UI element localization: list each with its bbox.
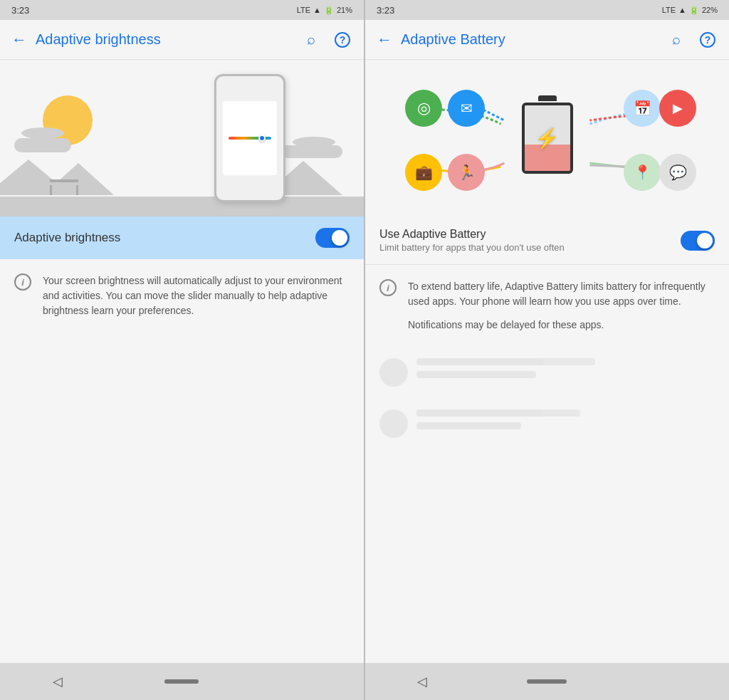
- battery-info-text-1: To extend battery life, Adaptive Battery…: [408, 279, 715, 309]
- battery-toggle[interactable]: [681, 231, 715, 251]
- left-status-icons: LTE ▲ 🔋 21%: [297, 6, 352, 15]
- brightness-spacer: [0, 333, 364, 663]
- app-circle-message: 💬: [659, 154, 696, 191]
- battery-illustration: ◎ ✉ 💼 🏃 ⚡: [365, 60, 729, 216]
- left-status-bar: 3:23 LTE ▲ 🔋 21%: [0, 0, 364, 20]
- right-battery-level: 22%: [702, 6, 718, 14]
- ghost-text-1: [416, 358, 715, 387]
- help-icon: ?: [335, 32, 350, 48]
- right-nav-bar: ◁: [365, 663, 729, 700]
- search-icon: ⌕: [307, 31, 315, 48]
- ghost-row-2: [365, 398, 729, 449]
- right-nav-home[interactable]: [527, 679, 567, 684]
- slider-thumb: [258, 135, 266, 142]
- runner-icon: 🏃: [458, 164, 476, 181]
- signal-icon: ▲: [313, 6, 321, 14]
- battery-icon: 🔋: [324, 6, 334, 15]
- cloud-4: [293, 137, 335, 147]
- picnic-table: [50, 179, 78, 195]
- right-help-icon: ?: [700, 32, 715, 48]
- right-app-bar: ← Adaptive Battery ⌕ ?: [365, 20, 729, 60]
- battery-top-border: [522, 103, 573, 105]
- app-circle-runner: 🏃: [448, 154, 485, 191]
- info-icon-left: i: [14, 273, 31, 291]
- ghost-block-2: [379, 409, 408, 438]
- right-status-icons: LTE ▲ 🔋 22%: [662, 6, 718, 15]
- battery-tip: [538, 95, 557, 101]
- app-circle-calendar: 📅: [624, 90, 661, 127]
- battery-left-border: [522, 105, 525, 171]
- mail-icon: ✉: [461, 100, 473, 117]
- brightness-toggle-row[interactable]: Adaptive brightness: [0, 216, 364, 259]
- location-icon: 📍: [634, 164, 651, 181]
- right-search-button[interactable]: ⌕: [664, 27, 689, 53]
- left-time: 3:23: [11, 5, 29, 16]
- setting-text: Use Adaptive Battery Limit battery for a…: [379, 228, 669, 253]
- app-circle-video: ▶: [659, 90, 696, 127]
- ghost-block-1: [379, 358, 408, 387]
- right-help-button[interactable]: ?: [695, 27, 720, 53]
- ghost-text-2: [416, 409, 715, 438]
- left-search-button[interactable]: ⌕: [298, 27, 324, 53]
- phone-mockup: [214, 74, 285, 202]
- green-app-icon: ◎: [417, 99, 431, 117]
- video-icon: ▶: [673, 100, 683, 116]
- ghost-line-4: [416, 422, 521, 429]
- ghost-line-1: [416, 358, 595, 365]
- battery-center: ⚡: [515, 99, 579, 177]
- left-nav-bar: ◁: [0, 663, 364, 700]
- brightness-toggle-label: Adaptive brightness: [14, 231, 120, 245]
- battery-info-texts: To extend battery life, Adaptive Battery…: [408, 279, 715, 333]
- app-circle-mail: ✉: [448, 90, 485, 127]
- left-app-bar: ← Adaptive brightness ⌕ ?: [0, 20, 364, 60]
- ground: [0, 197, 364, 216]
- app-circle-bag: 💼: [405, 154, 442, 191]
- brightness-info-text: Your screen brightness will automaticall…: [43, 273, 350, 318]
- right-battery-icon: 🔋: [689, 6, 699, 15]
- ghost-row-1: [365, 347, 729, 398]
- left-help-button[interactable]: ?: [330, 27, 355, 53]
- battery-info-section: i To extend battery life, Adaptive Batte…: [365, 265, 729, 347]
- right-screen: 3:23 LTE ▲ 🔋 22% ← Adaptive Battery ⌕ ?: [365, 0, 729, 700]
- brightness-illustration: [0, 60, 364, 216]
- cloud-2: [21, 127, 64, 139]
- brightness-toggle[interactable]: [315, 228, 350, 248]
- cloud-1: [14, 138, 71, 152]
- right-signal-icon: ▲: [678, 6, 686, 14]
- app-circle-location: 📍: [624, 154, 661, 191]
- right-lte: LTE: [662, 6, 676, 14]
- left-title: Adaptive brightness: [36, 31, 293, 48]
- message-icon: 💬: [669, 164, 687, 181]
- calendar-icon: 📅: [634, 100, 651, 117]
- right-title: Adaptive Battery: [401, 31, 658, 48]
- adaptive-battery-setting-row[interactable]: Use Adaptive Battery Limit battery for a…: [365, 216, 729, 265]
- right-status-bar: 3:23 LTE ▲ 🔋 22%: [365, 0, 729, 20]
- brightness-info-section: i Your screen brightness will automatica…: [0, 259, 364, 333]
- slider-track: [229, 137, 271, 140]
- right-back-button[interactable]: ←: [374, 28, 395, 52]
- battery-level: 21%: [337, 6, 352, 14]
- right-time: 3:23: [377, 5, 394, 16]
- setting-title: Use Adaptive Battery: [379, 228, 669, 241]
- app-circle-green: ◎: [405, 90, 442, 127]
- brightness-slider: [229, 137, 271, 140]
- battery-info-text-2: Notifications may be delayed for these a…: [408, 318, 715, 333]
- mockup-screen: [223, 101, 276, 175]
- left-nav-back[interactable]: ◁: [49, 673, 66, 690]
- left-nav-home[interactable]: [164, 679, 199, 684]
- battery-bolt-icon: ⚡: [535, 127, 560, 150]
- ghost-line-2: [416, 371, 536, 378]
- battery-body-wrapper: ⚡: [522, 103, 573, 174]
- right-nav-back[interactable]: ◁: [414, 673, 431, 690]
- left-screen: 3:23 LTE ▲ 🔋 21% ← Adaptive brightness ⌕…: [0, 0, 364, 700]
- lte-indicator: LTE: [297, 6, 310, 14]
- right-search-icon: ⌕: [672, 31, 681, 48]
- ghost-line-3: [416, 409, 580, 417]
- battery-spacer: [365, 449, 729, 663]
- info-icon-right: i: [379, 279, 397, 296]
- setting-subtitle: Limit battery for apps that you don't us…: [379, 242, 669, 253]
- battery-bottom-border: [522, 171, 573, 174]
- battery-body: ⚡: [522, 103, 573, 174]
- bag-icon: 💼: [415, 164, 433, 181]
- left-back-button[interactable]: ←: [9, 28, 30, 52]
